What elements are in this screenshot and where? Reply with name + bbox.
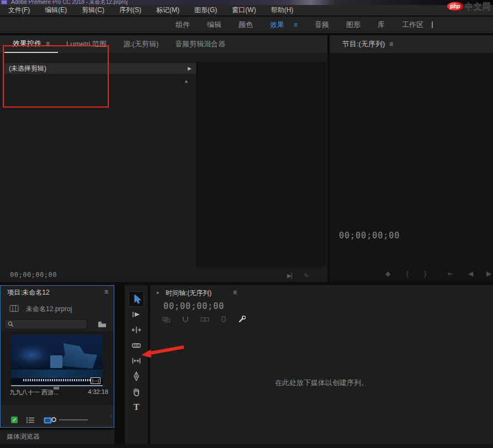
mark-in-icon[interactable]: { (406, 270, 409, 278)
workspace-audio[interactable]: 音频 (315, 20, 329, 30)
program-monitor-content: 00;00;00;00 ◆ { } ⇤ ◀ ▶ (330, 53, 493, 282)
selection-cursor-icon (131, 294, 142, 305)
menu-graphics[interactable]: 图形(G) (194, 6, 217, 15)
track-select-icon (131, 309, 142, 320)
tab-audio-clip-mixer[interactable]: 音频剪辑混合器 (167, 35, 234, 53)
step-back-icon[interactable]: ◀ (468, 270, 473, 278)
workspace-graphics[interactable]: 图形 (346, 20, 361, 30)
timeline-toolbar (162, 315, 246, 323)
menu-file[interactable]: 文件(F) (8, 6, 30, 15)
scroll-up-icon[interactable]: ▲ (184, 78, 189, 84)
window-bottom-edge (0, 444, 493, 448)
workspace-color[interactable]: 颜色 (238, 20, 253, 30)
menu-help[interactable]: 帮助(H) (271, 6, 294, 15)
insert-overwrite-icon[interactable] (162, 316, 171, 323)
tab-program-monitor[interactable]: 节目:(无序列) ≡ (334, 35, 401, 53)
timeline-timecode[interactable]: 00;00;00;00 (163, 301, 224, 311)
menu-clip[interactable]: 剪辑(C) (82, 6, 104, 15)
add-marker-icon[interactable]: ◆ (385, 270, 390, 278)
window-title: Adobe Premiere Pro CC 2018 - 未命名12.prpro… (11, 0, 128, 5)
search-icon (8, 321, 14, 327)
menu-sequence[interactable]: 序列(S) (119, 6, 141, 15)
workspace-overflow[interactable]: 工作区 (402, 20, 423, 30)
thumbnail-figure-shape (50, 355, 62, 367)
workspace-assembly[interactable]: 组件 (176, 20, 190, 30)
title-bar: Adobe Premiere Pro CC 2018 - 未命名12.prpro… (0, 0, 493, 5)
selector-arrow-icon: ▶ (188, 66, 192, 71)
program-monitor-tab-bar: 节目:(无序列) ≡ (330, 35, 493, 53)
tab-source-monitor[interactable]: 源:(无剪辑) (115, 35, 167, 53)
project-panel-title[interactable]: 项目:未命名12 (7, 288, 50, 297)
ripple-edit-tool[interactable] (129, 323, 144, 337)
timeline-drop-hint: 在此处放下媒体以创建序列。 (150, 378, 493, 388)
new-search-bin-button[interactable] (96, 319, 109, 329)
project-panel-menu-icon[interactable]: ≡ (104, 288, 108, 296)
razor-icon (131, 340, 142, 351)
zoom-slider-track[interactable] (59, 419, 88, 420)
footer-scroll-icon[interactable]: ˆ (110, 415, 112, 420)
workspace-bar: 组件 编辑 颜色 效果 ≡ 音频 图形 库 工作区 (0, 17, 493, 34)
thumbnail-scene-glow (11, 341, 55, 369)
clip-duration-label: 4:32:18 (88, 388, 108, 395)
hand-tool[interactable] (129, 385, 144, 399)
thumbnail-subtitle-line (23, 379, 91, 381)
selection-tool[interactable] (129, 292, 144, 306)
thumbnail-scrub-bar[interactable] (11, 385, 103, 386)
search-box[interactable] (4, 319, 87, 329)
play-around-icon[interactable]: ▶▏ (287, 273, 295, 279)
ripple-edit-icon (131, 324, 142, 335)
project-panel: 项目:未命名12 ≡ 未命名12.prproj (0, 285, 114, 428)
app-icon (1, 0, 7, 4)
workspace-effects[interactable]: 效果 (270, 20, 284, 30)
effect-controls-timeline-area (197, 62, 326, 267)
razor-tool[interactable] (129, 338, 144, 353)
program-timecode[interactable]: 00;00;00;00 (339, 231, 400, 241)
icon-view-icon[interactable] (44, 417, 52, 424)
go-to-in-icon[interactable]: ⇤ (448, 270, 453, 278)
clip-name-label[interactable]: 九九八十一 西游... (9, 388, 75, 397)
workspace-edit-bar-icon[interactable] (432, 22, 433, 28)
type-tool-icon: T (134, 402, 140, 412)
zoom-slider-knob[interactable] (51, 417, 56, 422)
tab-timeline[interactable]: 时间轴:(无序列) (166, 289, 211, 298)
effect-controls-timecode[interactable]: 00;00;00;00 (10, 271, 57, 279)
project-file-row[interactable]: 未命名12.prproj (1, 303, 114, 314)
project-writable-icon[interactable] (10, 416, 18, 424)
menu-bar: 文件(F) 编辑(E) 剪辑(C) 序列(S) 标记(M) 图形(G) 窗口(W… (0, 5, 493, 16)
transport-controls: ◆ { } ⇤ ◀ ▶ (330, 268, 493, 278)
menu-edit[interactable]: 编辑(E) (45, 6, 67, 15)
snap-magnet-icon[interactable] (182, 316, 189, 323)
track-select-forward-tool[interactable] (129, 307, 144, 322)
add-marker-timeline-icon[interactable] (220, 316, 227, 323)
slip-tool[interactable] (129, 354, 144, 368)
tools-panel: T (125, 285, 148, 448)
menu-markers[interactable]: 标记(M) (156, 6, 179, 15)
tab-media-browser[interactable]: 媒体浏览器 (7, 432, 40, 441)
thumbnail-fit-badge-icon: |↔| (91, 377, 100, 384)
php-badge-icon: php (447, 2, 464, 11)
program-monitor-menu-icon[interactable]: ≡ (389, 40, 393, 48)
premiere-window: Adobe Premiere Pro CC 2018 - 未命名12.prpro… (0, 0, 493, 448)
workspace-libraries[interactable]: 库 (378, 20, 385, 30)
thumbnail-ship-shape (59, 343, 97, 369)
pen-tool[interactable] (129, 369, 144, 383)
clip-thumbnail[interactable]: |↔| (11, 335, 103, 386)
play-icon[interactable]: ▶ (486, 270, 491, 278)
mark-out-icon[interactable]: } (424, 270, 426, 278)
search-input[interactable] (17, 321, 82, 328)
pen-icon (131, 371, 142, 382)
menu-window[interactable]: 窗口(W) (232, 6, 256, 15)
effect-controls-footer: 00;00;00;00 ▶▏ ↻ (0, 268, 327, 282)
loop-icon[interactable]: ↻ (304, 273, 309, 279)
slip-icon (131, 355, 142, 366)
list-view-icon[interactable] (26, 417, 35, 424)
type-tool[interactable]: T (129, 400, 144, 414)
timeline-menu-icon[interactable]: ≡ (233, 289, 237, 296)
timeline-panel[interactable]: ▸ 时间轴:(无序列) ≡ 00;00;00;00 (150, 285, 493, 448)
timeline-caret-icon[interactable]: ▸ (157, 290, 160, 295)
workspace-editing[interactable]: 编辑 (207, 20, 221, 30)
workspace-effects-menu-icon[interactable]: ≡ (294, 21, 298, 29)
program-monitor-panel: 节目:(无序列) ≡ 00;00;00;00 ◆ { } ⇤ ◀ ▶ (330, 35, 493, 282)
linked-selection-icon[interactable] (200, 316, 209, 323)
timeline-settings-wrench-icon[interactable] (238, 315, 246, 323)
